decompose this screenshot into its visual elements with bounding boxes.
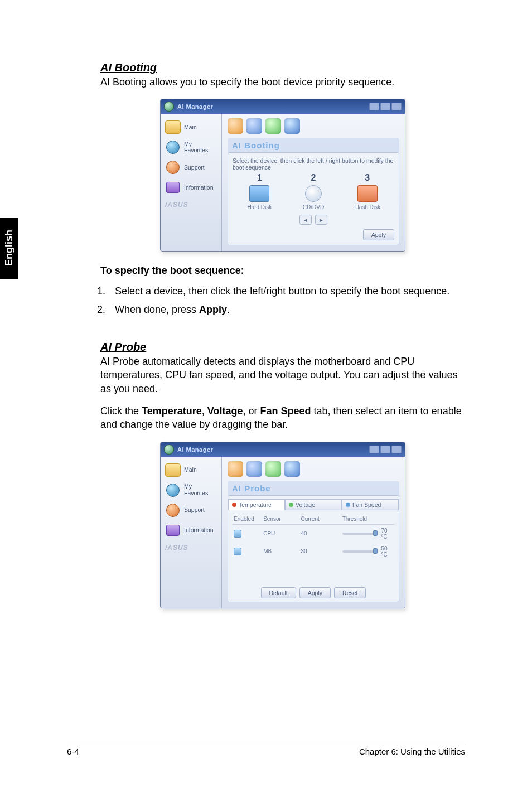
section2-intro: AI Probe automatically detects and displ… (100, 355, 465, 395)
sidebar-item-information-2[interactable]: Information (163, 520, 219, 540)
panel-title: AI Booting (228, 138, 399, 152)
apply-button[interactable]: Apply (363, 229, 394, 240)
folder-icon (165, 120, 181, 134)
tab-temperature[interactable]: Temperature (228, 499, 285, 510)
sidebar-2: Main My Favorites Support Information /A… (161, 457, 222, 608)
toolbar-2 (228, 461, 399, 477)
right-arrow-button[interactable]: ► (315, 215, 327, 225)
toolbar-btn-3[interactable] (265, 118, 281, 134)
toolbar (228, 118, 399, 134)
page-number: 6-4 (67, 747, 79, 756)
boot-slot-1[interactable]: 1 Hard Disk (237, 173, 282, 210)
sidebar-item-favorites[interactable]: My Favorites (163, 137, 219, 157)
toolbar-btn-2b[interactable] (246, 461, 262, 477)
sidebar-item-favorites-2[interactable]: My Favorites (163, 480, 219, 500)
temperature-icon (232, 503, 236, 507)
panel-title-2: AI Probe (228, 481, 399, 495)
brand-label-2: /ASUS (163, 540, 219, 554)
app-title: AI Manager (177, 103, 213, 110)
tab-fan-speed[interactable]: Fan Speed (342, 499, 399, 510)
toolbar-btn-4[interactable] (284, 118, 300, 134)
info-icon (166, 182, 180, 193)
support-icon (166, 161, 180, 174)
app-title-2: AI Manager (177, 446, 213, 453)
close-button-2[interactable] (391, 446, 402, 453)
probe-row-2: MB 30 50 °C (233, 543, 394, 561)
section2-instruction: Click the Temperature, Voltage, or Fan S… (100, 404, 465, 432)
sidebar-item-support[interactable]: Support (163, 157, 219, 177)
chapter-label: Chapter 6: Using the Utilities (359, 747, 465, 756)
language-tab-label: English (3, 230, 15, 266)
checkbox-2[interactable] (234, 548, 241, 555)
page-footer: 6-4 Chapter 6: Using the Utilities (67, 743, 465, 756)
voltage-icon (289, 503, 293, 507)
screenshot-ai-probe: AI Manager Main My Favorites Support Inf… (100, 442, 465, 608)
sidebar: Main My Favorites Support Information /A… (161, 114, 222, 251)
maximize-button[interactable] (380, 103, 390, 110)
default-button[interactable]: Default (261, 587, 296, 598)
support-icon (166, 504, 180, 517)
sidebar-item-information[interactable]: Information (163, 177, 219, 197)
titlebar-2: AI Manager (161, 442, 405, 457)
sidebar-item-main-2[interactable]: Main (163, 460, 219, 480)
language-tab: English (0, 218, 18, 279)
left-arrow-button[interactable]: ◄ (299, 215, 312, 225)
toolbar-btn-1[interactable] (228, 118, 243, 134)
probe-row-1: CPU 40 70 °C (233, 525, 394, 543)
app-icon (164, 102, 174, 112)
section-heading-ai-probe: AI Probe (100, 341, 465, 354)
step-1: Select a device, then click the left/rig… (108, 282, 465, 300)
toolbar-btn-2[interactable] (246, 118, 262, 134)
clock-icon (166, 141, 180, 154)
section-heading-ai-booting: AI Booting (100, 61, 465, 74)
screenshot-ai-booting: AI Manager Main My Favorites Support Inf… (100, 99, 465, 252)
titlebar: AI Manager (161, 99, 405, 114)
step-2: When done, press Apply. (108, 301, 465, 318)
close-button[interactable] (391, 103, 402, 110)
hard-disk-icon (249, 185, 269, 202)
threshold-slider-2[interactable] (342, 550, 376, 553)
maximize-button-2[interactable] (380, 446, 390, 453)
folder-icon (165, 463, 181, 477)
apply-button-2[interactable]: Apply (299, 587, 331, 598)
reset-button[interactable]: Reset (334, 587, 366, 598)
section1-intro: AI Booting allows you to specify the boo… (100, 75, 465, 89)
checkbox-1[interactable] (234, 530, 241, 538)
info-icon (166, 525, 180, 536)
fan-icon (346, 503, 350, 507)
toolbar-btn-3b[interactable] (265, 461, 281, 477)
panel-instruction: Select the device, then click the left /… (233, 157, 394, 171)
minimize-button-2[interactable] (369, 446, 379, 453)
boot-slot-2[interactable]: 2 CD/DVD (291, 173, 336, 210)
minimize-button[interactable] (369, 103, 379, 110)
app-icon-2 (164, 445, 174, 455)
cddvd-icon (305, 185, 322, 202)
threshold-slider-1[interactable] (342, 533, 376, 535)
toolbar-btn-4b[interactable] (284, 461, 300, 477)
toolbar-btn-1b[interactable] (228, 461, 243, 477)
sidebar-item-main[interactable]: Main (163, 117, 219, 137)
subhead-boot-sequence: To specify the boot sequence: (100, 265, 465, 277)
app-window: AI Manager Main My Favorites Support Inf… (160, 99, 405, 252)
boot-slot-3[interactable]: 3 Flash Disk (345, 173, 390, 210)
tab-voltage[interactable]: Voltage (285, 499, 342, 510)
sidebar-item-support-2[interactable]: Support (163, 500, 219, 520)
clock-icon (166, 484, 180, 497)
brand-label: /ASUS (163, 197, 219, 211)
app-window-2: AI Manager Main My Favorites Support Inf… (160, 442, 405, 608)
flash-disk-icon (357, 185, 378, 202)
